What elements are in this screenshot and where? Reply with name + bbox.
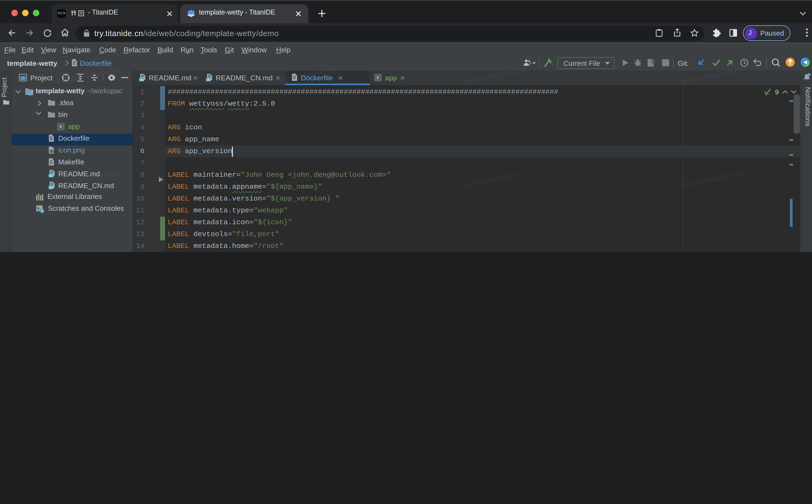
- svg-text:MD: MD: [49, 186, 54, 189]
- svg-text:MD: MD: [207, 78, 211, 81]
- svg-text:MD: MD: [49, 174, 54, 177]
- svg-text:MD: MD: [140, 78, 144, 81]
